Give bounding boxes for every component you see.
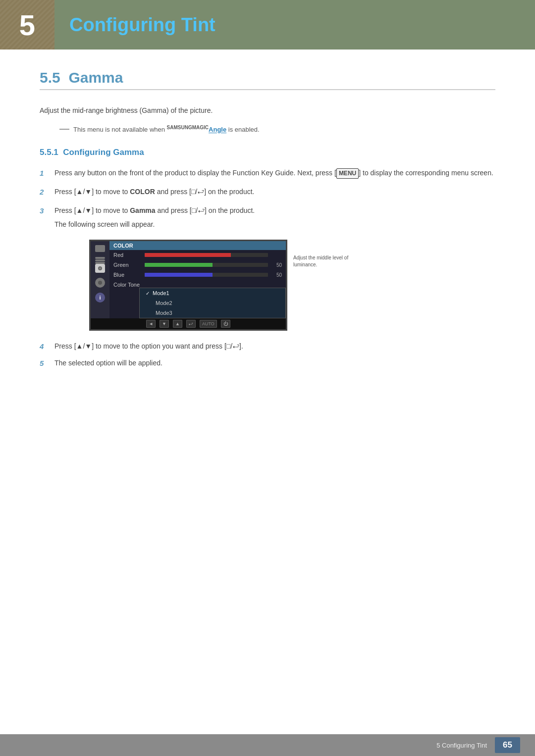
color-bold: COLOR (130, 188, 155, 196)
menu-key: MENU (336, 168, 359, 179)
btn-auto: AUTO (200, 320, 217, 328)
step-num-3: 3 (40, 205, 48, 217)
icon-info: i (95, 293, 105, 302)
submenu-overlay: ✓ Mode1 Mode2 Mode3 (139, 288, 286, 318)
main-content: 5.5 Gamma Adjust the mid-range brightnes… (0, 69, 535, 369)
check-mark: ✓ (146, 291, 150, 296)
footer-chapter-label: 5 Configuring Tint (436, 742, 487, 749)
btn-a: ▲ (173, 320, 182, 328)
value-green: 50 (272, 262, 282, 268)
mode2-label: Mode2 (156, 300, 172, 306)
note-text: This menu is not available when SAMSUNGM… (73, 124, 260, 135)
btn-down: ▼ (160, 320, 169, 328)
icon-menu1 (95, 257, 105, 259)
step-num-1: 1 (40, 167, 48, 179)
subsection-number: 5.5.1 (40, 148, 58, 157)
step-text-5: The selected option will be applied. (54, 357, 495, 368)
chapter-number: 5 (0, 0, 54, 50)
value-blue: 50 (272, 272, 282, 278)
page-footer: 5 Configuring Tint 65 (0, 734, 535, 756)
step-num-4: 4 (40, 341, 48, 353)
section-title: Gamma (68, 69, 123, 86)
brand-samsung: SAMSUNG (167, 125, 192, 130)
step-1: 1 Press any button on the front of the p… (40, 167, 495, 179)
screen-appears-note: The following screen will appear. (54, 219, 155, 230)
menu-row-green: Green 50 (109, 260, 286, 270)
screen-bottom-bar: ◄ ▼ ▲ ⮐ AUTO ⏻ (91, 318, 286, 329)
submenu-mode3: Mode3 (140, 308, 285, 318)
mode1-label: Mode1 (153, 290, 169, 296)
section-description: Adjust the mid-range brightness (Gamma) … (40, 105, 495, 116)
bar-blue (145, 273, 213, 277)
step-text-1: Press any button on the front of the pro… (54, 167, 495, 179)
menu-row-red: Red (109, 250, 286, 260)
menu-content: COLOR Red Green (109, 241, 286, 318)
screen-container: i COLOR Red Green (89, 240, 495, 331)
menu-header: COLOR (109, 241, 286, 250)
label-red: Red (113, 252, 141, 258)
step-text-4: Press [▲/▼] to move to the option you wa… (54, 341, 495, 352)
step-2: 2 Press [▲/▼] to move to COLOR and press… (40, 186, 495, 198)
screen-note: Adjust the middle level of luminance. (293, 240, 353, 268)
subsection-heading: 5.5.1 Configuring Gamma (40, 148, 495, 157)
menu-row-blue: Blue 50 (109, 270, 286, 280)
label-blue: Blue (113, 272, 141, 278)
screen-inner: i COLOR Red Green (91, 241, 286, 318)
chapter-number-text: 5 (19, 8, 35, 42)
step-num-2: 2 (40, 186, 48, 198)
icon-settings (95, 264, 105, 273)
bar-red (145, 253, 231, 257)
steps-list: 1 Press any button on the front of the p… (40, 167, 495, 230)
submenu-mode2: Mode2 (140, 298, 285, 308)
bar-green (145, 263, 213, 267)
step-3: 3 Press [▲/▼] to move to Gamma and press… (40, 205, 495, 230)
sidebar-icons: i (91, 241, 109, 318)
btn-up: ◄ (146, 320, 156, 328)
btn-enter: ⮐ (186, 320, 196, 328)
step-text-3: Press [▲/▼] to move to Gamma and press [… (54, 205, 495, 230)
chapter-title: Configuring Tint (54, 14, 215, 36)
note-block: This menu is not available when SAMSUNGM… (59, 124, 495, 135)
brand-magic: MAGIC (192, 125, 209, 130)
section-heading: 5.5 Gamma (40, 69, 495, 90)
btn-power: ⏻ (221, 320, 230, 328)
icon-gear (95, 278, 105, 288)
label-green: Green (113, 262, 141, 268)
step-5: 5 The selected option will be applied. (40, 357, 495, 369)
label-colortone: Color Tone (113, 282, 141, 288)
subsection-title: Configuring Gamma (63, 148, 144, 157)
monitor-screen: i COLOR Red Green (89, 240, 287, 331)
section-number: 5.5 (40, 69, 60, 86)
bar-green-container (145, 263, 268, 267)
step-text-2: Press [▲/▼] to move to COLOR and press [… (54, 186, 495, 197)
icon-display (95, 245, 105, 252)
step-4: 4 Press [▲/▼] to move to the option you … (40, 341, 495, 353)
magic-angle-link[interactable]: Angle (209, 126, 226, 134)
follow-steps: 4 Press [▲/▼] to move to the option you … (40, 341, 495, 369)
note-suffix: is enabled. (226, 126, 260, 134)
step-num-5: 5 (40, 357, 48, 369)
note-line (59, 129, 69, 130)
note-prefix: This menu is not available when (73, 126, 167, 134)
bar-red-container (145, 253, 268, 257)
chapter-header: 5 Configuring Tint (0, 0, 535, 50)
bar-blue-container (145, 273, 268, 277)
gamma-bold: Gamma (130, 206, 155, 214)
submenu-mode1: ✓ Mode1 (140, 288, 285, 298)
mode3-label: Mode3 (156, 310, 172, 316)
footer-page-number: 65 (495, 737, 520, 753)
